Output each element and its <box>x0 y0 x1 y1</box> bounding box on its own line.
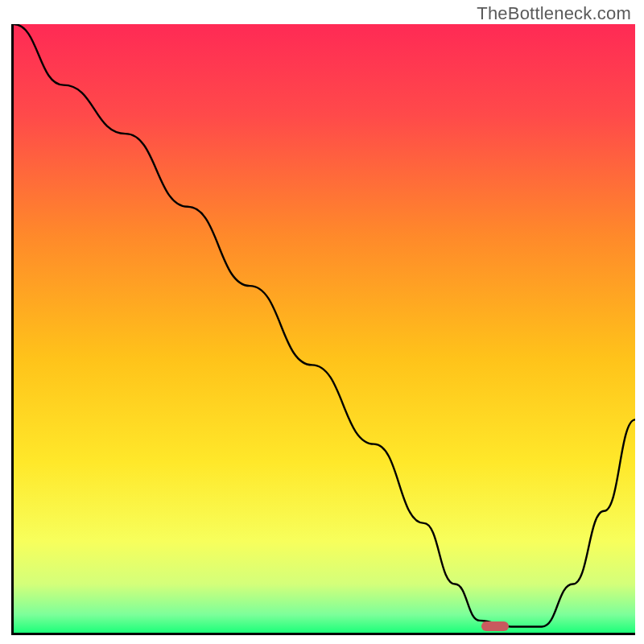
watermark-text: TheBottleneck.com <box>477 3 631 24</box>
optimal-marker <box>481 621 509 631</box>
bottleneck-chart: TheBottleneck.com <box>0 0 644 644</box>
plot-area <box>11 24 635 635</box>
bottleneck-curve <box>14 24 635 633</box>
